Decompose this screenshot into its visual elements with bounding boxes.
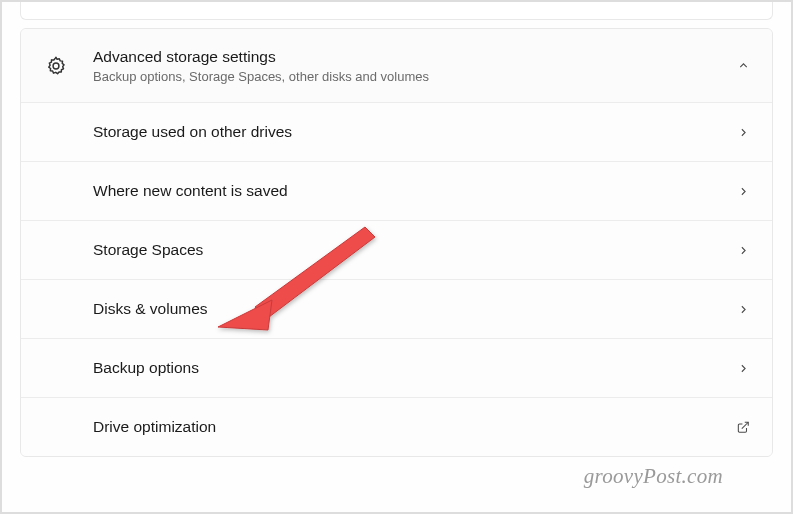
gear-icon: [43, 53, 69, 79]
item-storage-used-other-drives[interactable]: Storage used on other drives: [21, 102, 772, 161]
chevron-right-icon: [736, 243, 750, 257]
item-label: Storage Spaces: [93, 241, 736, 259]
item-where-new-content-saved[interactable]: Where new content is saved: [21, 161, 772, 220]
svg-line-1: [742, 422, 748, 428]
chevron-up-icon: [736, 59, 750, 73]
item-label: Where new content is saved: [93, 182, 736, 200]
chevron-right-icon: [736, 361, 750, 375]
header-subtitle: Backup options, Storage Spaces, other di…: [93, 69, 736, 84]
header-title: Advanced storage settings: [93, 47, 736, 67]
item-drive-optimization[interactable]: Drive optimization: [21, 397, 772, 456]
chevron-right-icon: [736, 125, 750, 139]
item-label: Backup options: [93, 359, 736, 377]
item-label: Storage used on other drives: [93, 123, 736, 141]
item-label: Disks & volumes: [93, 300, 736, 318]
header-text-block: Advanced storage settings Backup options…: [93, 47, 736, 84]
advanced-storage-panel: Advanced storage settings Backup options…: [20, 28, 773, 457]
chevron-right-icon: [736, 302, 750, 316]
item-backup-options[interactable]: Backup options: [21, 338, 772, 397]
item-disks-volumes[interactable]: Disks & volumes: [21, 279, 772, 338]
chevron-right-icon: [736, 184, 750, 198]
advanced-storage-header[interactable]: Advanced storage settings Backup options…: [21, 29, 772, 102]
open-external-icon: [736, 420, 750, 434]
settings-window: Advanced storage settings Backup options…: [0, 0, 793, 514]
previous-panel-stub: [20, 2, 773, 20]
item-storage-spaces[interactable]: Storage Spaces: [21, 220, 772, 279]
svg-point-0: [53, 63, 59, 69]
item-label: Drive optimization: [93, 418, 736, 436]
